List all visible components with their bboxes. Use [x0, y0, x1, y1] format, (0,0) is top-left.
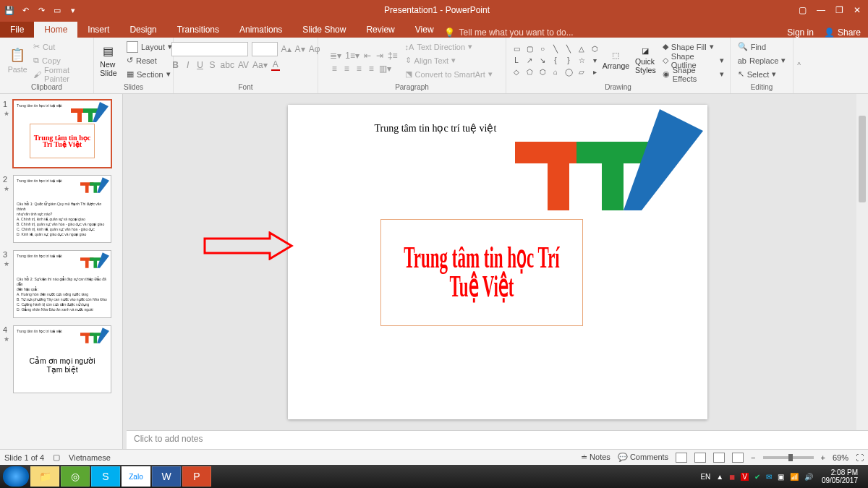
tray-app2-icon[interactable]: ▣ — [778, 473, 784, 481]
normal-view-icon[interactable] — [676, 453, 687, 463]
italic-button[interactable]: I — [184, 60, 192, 70]
close-icon[interactable]: ✕ — [854, 5, 861, 15]
slideshow-view-icon[interactable] — [732, 453, 744, 463]
new-slide-button[interactable]: ▤ New Slide — [93, 40, 124, 81]
reading-view-icon[interactable] — [713, 453, 725, 463]
shape-effects-button[interactable]: ◉Shape Effects▾ — [661, 68, 726, 81]
indent-inc-icon[interactable]: ⇥ — [375, 51, 384, 61]
arrange-button[interactable]: ⬚Arrange — [602, 40, 630, 81]
replace-button[interactable]: abReplace▾ — [736, 54, 788, 67]
section-button[interactable]: ▦Section▾ — [125, 68, 174, 81]
columns-icon[interactable]: ▥▾ — [379, 64, 391, 74]
zoom-slider[interactable] — [763, 456, 814, 459]
coccoc-icon[interactable]: ◎ — [61, 466, 90, 487]
skype-icon[interactable]: S — [91, 466, 120, 487]
tray-clock[interactable]: 2:08 PM 09/05/2017 — [819, 468, 861, 484]
tab-slideshow[interactable]: Slide Show — [292, 22, 356, 38]
sign-in[interactable]: Sign in — [787, 27, 814, 38]
line-spacing-icon[interactable]: ‡≡ — [388, 51, 398, 61]
fit-to-window-icon[interactable]: ⛶ — [856, 453, 864, 462]
tab-animations[interactable]: Animations — [229, 22, 292, 38]
start-button[interactable] — [3, 466, 29, 487]
tab-design[interactable]: Design — [119, 22, 166, 38]
zoom-level[interactable]: 69% — [833, 453, 848, 462]
smartart-button[interactable]: ⬔Convert to SmartArt▾ — [404, 68, 494, 81]
slide-counter[interactable]: Slide 1 of 4 — [4, 453, 44, 462]
vertical-scrollbar[interactable] — [856, 94, 868, 430]
font-family-select[interactable] — [171, 42, 248, 56]
comments-button[interactable]: 💬 Comments — [618, 453, 668, 462]
zoom-in-icon[interactable]: + — [821, 453, 825, 462]
zalo-icon[interactable]: Zalo — [122, 466, 150, 487]
spell-check-icon[interactable]: ▢ — [53, 453, 60, 462]
explorer-icon[interactable]: 📁 — [30, 466, 59, 487]
tab-review[interactable]: Review — [356, 22, 404, 38]
wordart-object[interactable]: Trung tâm tin học Trí Tuệ Việt — [380, 219, 583, 326]
tray-app-icon[interactable]: ◼ — [729, 473, 735, 481]
format-painter-button[interactable]: 🖌Format Painter — [32, 68, 89, 81]
tray-check-icon[interactable]: ✔ — [754, 473, 760, 481]
tab-transitions[interactable]: Transitions — [167, 22, 229, 38]
font-size-select[interactable] — [252, 42, 278, 56]
redo-icon[interactable]: ↷ — [36, 5, 46, 15]
minimize-icon[interactable]: — — [817, 5, 825, 15]
underline-button[interactable]: U — [196, 60, 205, 70]
ribbon-options-icon[interactable]: ▢ — [799, 5, 807, 15]
share-button[interactable]: 👤 Share — [824, 27, 861, 38]
decrease-font-icon[interactable]: A▾ — [295, 44, 305, 54]
reset-button[interactable]: ↺Reset — [125, 54, 174, 67]
numbering-icon[interactable]: 1≡▾ — [345, 51, 359, 61]
language-indicator[interactable]: Vietnamese — [69, 453, 111, 462]
increase-font-icon[interactable]: A▴ — [281, 44, 292, 54]
indent-dec-icon[interactable]: ⇤ — [363, 51, 372, 61]
sorter-view-icon[interactable] — [694, 453, 706, 463]
word-icon[interactable]: W — [152, 466, 181, 487]
bold-button[interactable]: B — [171, 60, 180, 70]
save-icon[interactable]: 💾 — [4, 5, 14, 15]
align-text-button[interactable]: ⇕Align Text▾ — [404, 54, 494, 67]
tell-me[interactable]: 💡 Tell me what you want to do... — [444, 27, 574, 38]
logo-icon[interactable] — [515, 109, 703, 210]
collapse-ribbon-icon[interactable]: ^ — [793, 38, 804, 93]
undo-icon[interactable]: ↶ — [20, 5, 30, 15]
justify-icon[interactable]: ≡ — [367, 64, 375, 74]
tab-home[interactable]: Home — [34, 22, 77, 38]
notes-pane[interactable]: Click to add notes — [127, 430, 868, 449]
layout-button[interactable]: Layout▾ — [125, 40, 174, 53]
tab-file[interactable]: File — [0, 22, 34, 38]
restore-icon[interactable]: ❐ — [835, 5, 843, 15]
tray-lang[interactable]: EN — [700, 473, 710, 481]
shadow-button[interactable]: S — [208, 60, 217, 70]
text-direction-button[interactable]: ↕AText Direction▾ — [404, 40, 494, 53]
align-center-icon[interactable]: ≡ — [342, 64, 351, 74]
slide-thumb-1[interactable]: Trung tâm tin học trí tuệ việt Trung tâm… — [13, 100, 111, 168]
font-color-button[interactable]: A — [271, 59, 280, 71]
slide-thumb-2[interactable]: Trung tâm tin học trí tuệ việt Câu hỏi 1… — [13, 175, 111, 243]
find-button[interactable]: 🔍Find — [736, 40, 788, 53]
tray-unikey-icon[interactable]: V — [741, 473, 749, 481]
shapes-gallery[interactable]: ▭▢○╲╲△⬡ L↗↘{}☆▾ ◇⬠⬡⌂◯▱▸ — [511, 44, 600, 77]
tray-msg-icon[interactable]: ✉ — [766, 473, 772, 481]
bullets-icon[interactable]: ≣▾ — [330, 51, 341, 61]
tray-volume-icon[interactable]: 🔊 — [804, 473, 813, 481]
slide[interactable]: Trung tâm tin học trí tuệ việt Trung tâm… — [288, 105, 707, 419]
quick-styles-button[interactable]: ◪Quick Styles — [631, 40, 660, 81]
notes-button[interactable]: ≐ Notes — [581, 453, 610, 462]
tray-flag-icon[interactable]: ▲ — [716, 473, 723, 481]
tray-network-icon[interactable]: 📶 — [790, 473, 799, 481]
zoom-out-icon[interactable]: − — [751, 453, 755, 462]
slide-title-text[interactable]: Trung tâm tin học trí tuệ việt — [375, 122, 497, 134]
case-button[interactable]: Aa▾ — [252, 60, 268, 70]
cut-button[interactable]: ✂Cut — [32, 40, 89, 53]
align-left-icon[interactable]: ≡ — [330, 64, 339, 74]
slide-canvas-area[interactable]: Trung tâm tin học trí tuệ việt Trung tâm… — [127, 94, 868, 430]
align-right-icon[interactable]: ≡ — [354, 64, 363, 74]
tab-insert[interactable]: Insert — [77, 22, 119, 38]
start-from-beginning-icon[interactable]: ▭ — [52, 5, 62, 15]
slide-thumb-3[interactable]: Trung tâm tin học trí tuệ việt Câu hỏi 2… — [13, 250, 111, 318]
qat-dropdown-icon[interactable]: ▾ — [68, 5, 78, 15]
powerpoint-icon[interactable]: P — [182, 466, 211, 487]
slide-thumb-4[interactable]: Trung tâm tin học trí tuệ việt Cảm ơn mọ… — [13, 325, 111, 393]
tab-view[interactable]: View — [405, 22, 444, 38]
spacing-button[interactable]: AV — [238, 60, 249, 70]
